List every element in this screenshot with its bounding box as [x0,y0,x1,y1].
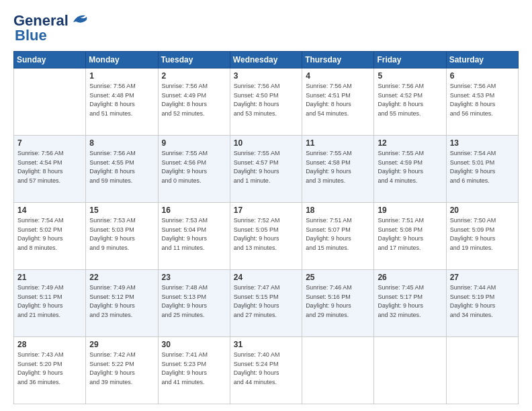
day-info: Sunrise: 7:51 AM Sunset: 5:08 PM Dayligh… [378,216,442,253]
day-info: Sunrise: 7:55 AM Sunset: 4:57 PM Dayligh… [234,149,298,185]
page: General Blue SundayMondayTuesdayWednesda… [0,0,532,411]
day-number: 25 [306,273,370,282]
day-number: 10 [234,138,298,148]
weekday-header-thursday: Thursday [302,52,374,68]
day-info: Sunrise: 7:56 AM Sunset: 4:51 PM Dayligh… [306,82,370,118]
day-info: Sunrise: 7:56 AM Sunset: 4:54 PM Dayligh… [17,149,82,185]
day-info: Sunrise: 7:55 AM Sunset: 4:58 PM Dayligh… [306,149,370,185]
day-number: 30 [162,340,226,349]
day-number: 19 [378,205,442,215]
calendar-cell: 19Sunrise: 7:51 AM Sunset: 5:08 PM Dayli… [374,203,446,270]
calendar-cell: 14Sunrise: 7:54 AM Sunset: 5:02 PM Dayli… [14,203,86,270]
calendar-cell: 2Sunrise: 7:56 AM Sunset: 4:49 PM Daylig… [158,68,230,136]
calendar-cell [446,337,518,404]
day-info: Sunrise: 7:47 AM Sunset: 5:15 PM Dayligh… [234,283,298,320]
day-info: Sunrise: 7:44 AM Sunset: 5:19 PM Dayligh… [450,283,515,320]
day-number: 16 [162,205,226,215]
day-number: 21 [17,273,82,282]
calendar-cell: 29Sunrise: 7:42 AM Sunset: 5:22 PM Dayli… [86,337,158,404]
calendar-cell: 15Sunrise: 7:53 AM Sunset: 5:03 PM Dayli… [86,203,158,270]
calendar-cell: 11Sunrise: 7:55 AM Sunset: 4:58 PM Dayli… [302,136,374,203]
calendar-week-row: 14Sunrise: 7:54 AM Sunset: 5:02 PM Dayli… [14,203,519,270]
calendar-cell: 16Sunrise: 7:53 AM Sunset: 5:04 PM Dayli… [158,203,230,270]
weekday-header-monday: Monday [86,52,158,68]
calendar-cell: 17Sunrise: 7:52 AM Sunset: 5:05 PM Dayli… [230,203,302,270]
day-info: Sunrise: 7:56 AM Sunset: 4:48 PM Dayligh… [89,82,154,118]
calendar-cell [374,337,446,404]
day-number: 29 [89,340,154,349]
day-number: 22 [89,273,154,282]
day-number: 9 [162,138,226,148]
calendar-cell [14,68,86,136]
day-info: Sunrise: 7:56 AM Sunset: 4:49 PM Dayligh… [162,82,226,118]
calendar-cell: 10Sunrise: 7:55 AM Sunset: 4:57 PM Dayli… [230,136,302,203]
day-number: 1 [89,71,154,81]
calendar-cell: 25Sunrise: 7:46 AM Sunset: 5:16 PM Dayli… [302,270,374,337]
header: General Blue [13,12,519,44]
day-info: Sunrise: 7:53 AM Sunset: 5:04 PM Dayligh… [162,216,226,253]
day-number: 26 [378,273,442,282]
day-number: 27 [450,273,515,282]
calendar-cell: 23Sunrise: 7:48 AM Sunset: 5:13 PM Dayli… [158,270,230,337]
day-number: 14 [17,205,82,215]
day-info: Sunrise: 7:41 AM Sunset: 5:23 PM Dayligh… [162,351,226,387]
day-number: 8 [89,138,154,148]
day-number: 28 [17,340,82,349]
weekday-header-saturday: Saturday [446,52,518,68]
calendar-cell: 4Sunrise: 7:56 AM Sunset: 4:51 PM Daylig… [302,68,374,136]
day-info: Sunrise: 7:56 AM Sunset: 4:50 PM Dayligh… [234,82,298,118]
calendar-week-row: 28Sunrise: 7:43 AM Sunset: 5:20 PM Dayli… [14,337,519,404]
day-info: Sunrise: 7:43 AM Sunset: 5:20 PM Dayligh… [17,351,82,387]
day-info: Sunrise: 7:48 AM Sunset: 5:13 PM Dayligh… [162,283,226,320]
calendar-cell: 12Sunrise: 7:55 AM Sunset: 4:59 PM Dayli… [374,136,446,203]
weekday-header-tuesday: Tuesday [158,52,230,68]
day-number: 7 [17,138,82,148]
calendar-cell: 8Sunrise: 7:56 AM Sunset: 4:55 PM Daylig… [86,136,158,203]
day-info: Sunrise: 7:45 AM Sunset: 5:17 PM Dayligh… [378,283,442,320]
day-number: 20 [450,205,515,215]
calendar-cell: 13Sunrise: 7:54 AM Sunset: 5:01 PM Dayli… [446,136,518,203]
day-number: 4 [306,71,370,81]
day-info: Sunrise: 7:54 AM Sunset: 5:02 PM Dayligh… [17,216,82,253]
day-number: 13 [450,138,515,148]
day-number: 11 [306,138,370,148]
day-info: Sunrise: 7:56 AM Sunset: 4:55 PM Dayligh… [89,149,154,185]
calendar-cell: 7Sunrise: 7:56 AM Sunset: 4:54 PM Daylig… [14,136,86,203]
day-info: Sunrise: 7:49 AM Sunset: 5:11 PM Dayligh… [17,283,82,320]
day-number: 3 [234,71,298,81]
day-number: 31 [234,340,298,349]
day-number: 2 [162,71,226,81]
calendar-cell: 18Sunrise: 7:51 AM Sunset: 5:07 PM Dayli… [302,203,374,270]
calendar-cell: 21Sunrise: 7:49 AM Sunset: 5:11 PM Dayli… [14,270,86,337]
day-info: Sunrise: 7:51 AM Sunset: 5:07 PM Dayligh… [306,216,370,253]
logo-blue: Blue [15,27,47,44]
calendar-cell: 27Sunrise: 7:44 AM Sunset: 5:19 PM Dayli… [446,270,518,337]
weekday-header-wednesday: Wednesday [230,52,302,68]
calendar-week-row: 1Sunrise: 7:56 AM Sunset: 4:48 PM Daylig… [14,68,519,136]
logo: General Blue [13,12,89,44]
day-info: Sunrise: 7:56 AM Sunset: 4:53 PM Dayligh… [450,82,515,118]
weekday-header-sunday: Sunday [14,52,86,68]
day-number: 17 [234,205,298,215]
calendar-cell: 26Sunrise: 7:45 AM Sunset: 5:17 PM Dayli… [374,270,446,337]
day-info: Sunrise: 7:53 AM Sunset: 5:03 PM Dayligh… [89,216,154,253]
day-info: Sunrise: 7:56 AM Sunset: 4:52 PM Dayligh… [378,82,442,118]
calendar-week-row: 7Sunrise: 7:56 AM Sunset: 4:54 PM Daylig… [14,136,519,203]
calendar-cell: 30Sunrise: 7:41 AM Sunset: 5:23 PM Dayli… [158,337,230,404]
calendar-week-row: 21Sunrise: 7:49 AM Sunset: 5:11 PM Dayli… [14,270,519,337]
day-number: 5 [378,71,442,81]
day-number: 15 [89,205,154,215]
calendar-cell: 9Sunrise: 7:55 AM Sunset: 4:56 PM Daylig… [158,136,230,203]
weekday-header-friday: Friday [374,52,446,68]
calendar-table: SundayMondayTuesdayWednesdayThursdayFrid… [13,51,519,404]
logo-bird-icon [71,13,89,26]
calendar-cell: 28Sunrise: 7:43 AM Sunset: 5:20 PM Dayli… [14,337,86,404]
calendar-cell: 3Sunrise: 7:56 AM Sunset: 4:50 PM Daylig… [230,68,302,136]
day-info: Sunrise: 7:42 AM Sunset: 5:22 PM Dayligh… [89,351,154,387]
day-info: Sunrise: 7:49 AM Sunset: 5:12 PM Dayligh… [89,283,154,320]
day-number: 12 [378,138,442,148]
day-number: 6 [450,71,515,81]
day-info: Sunrise: 7:52 AM Sunset: 5:05 PM Dayligh… [234,216,298,253]
weekday-header-row: SundayMondayTuesdayWednesdayThursdayFrid… [14,52,519,68]
day-number: 23 [162,273,226,282]
